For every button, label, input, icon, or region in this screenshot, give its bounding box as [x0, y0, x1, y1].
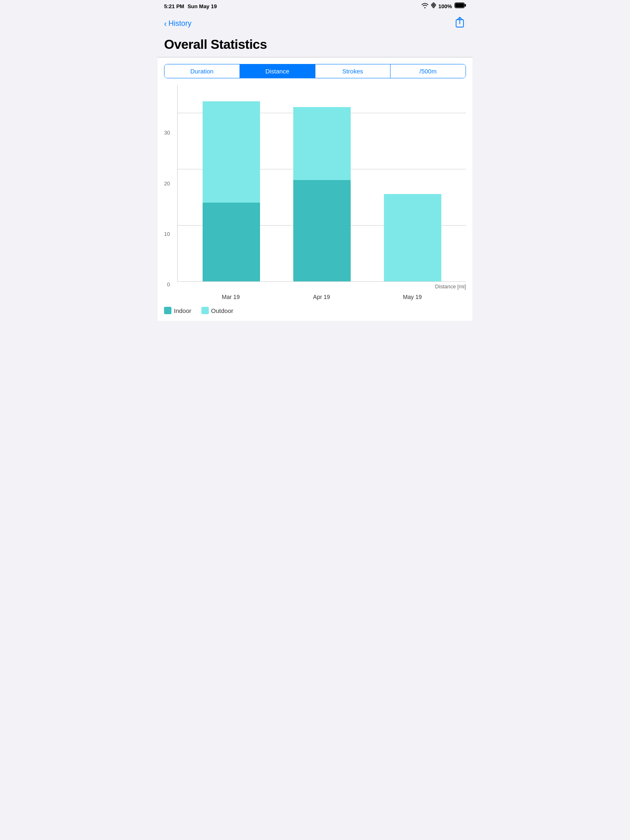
status-time: 5:21 PM — [164, 3, 184, 9]
x-label-apr19: Apr 19 — [289, 294, 354, 300]
bar-indoor-mar19 — [203, 203, 260, 281]
y-label-0: 0 — [167, 282, 170, 287]
y-label-20: 20 — [164, 181, 170, 186]
bar-stack-mar19 — [203, 101, 260, 281]
bar-group-apr19 — [289, 107, 355, 281]
bar-stack-may19 — [384, 194, 441, 281]
y-axis: 30 20 10 0 — [164, 85, 170, 287]
wifi-icon — [421, 2, 429, 10]
nav-bar: ‹ History — [158, 11, 472, 35]
x-label-may19: May 19 — [379, 294, 445, 300]
legend-swatch-outdoor — [201, 307, 209, 314]
legend-outdoor-label: Outdoor — [211, 307, 233, 314]
bar-stack-apr19 — [293, 107, 351, 281]
tab-duration[interactable]: Duration — [164, 64, 240, 78]
tab-per500m[interactable]: /500m — [390, 64, 466, 78]
share-button[interactable] — [454, 15, 466, 32]
chevron-left-icon: ‹ — [164, 19, 167, 27]
page-title: Overall Statistics — [158, 35, 472, 57]
y-label-10: 10 — [164, 231, 170, 237]
gridline-0 — [178, 281, 466, 282]
distance-unit-label: Distance [mi] — [177, 282, 466, 291]
location-icon — [431, 2, 436, 10]
bar-outdoor-may19 — [384, 194, 441, 281]
chart-wrap: 30 20 10 0 — [177, 85, 466, 300]
legend-swatch-indoor — [164, 307, 171, 314]
tab-strokes[interactable]: Strokes — [315, 64, 391, 78]
battery-percentage: 100% — [438, 3, 452, 9]
back-label: History — [169, 19, 192, 28]
bar-group-may19 — [380, 194, 445, 281]
bar-outdoor-mar19 — [203, 101, 260, 203]
chart-container: 30 20 10 0 — [158, 85, 472, 300]
y-label-30: 30 — [164, 130, 170, 135]
back-button[interactable]: ‹ History — [164, 19, 192, 28]
status-date: Sun May 19 — [187, 3, 217, 9]
chart-area — [177, 85, 466, 282]
svg-rect-1 — [465, 4, 466, 7]
tab-distance[interactable]: Distance — [240, 64, 315, 78]
segment-control[interactable]: Duration Distance Strokes /500m — [164, 64, 466, 78]
bar-group-mar19 — [199, 101, 264, 281]
x-axis: Mar 19 Apr 19 May 19 — [177, 291, 466, 300]
legend: Indoor Outdoor — [158, 300, 472, 314]
svg-rect-2 — [455, 3, 464, 8]
bar-outdoor-apr19 — [293, 107, 351, 180]
legend-outdoor: Outdoor — [201, 307, 233, 314]
status-bar: 5:21 PM Sun May 19 100% — [158, 0, 472, 11]
bar-indoor-apr19 — [293, 180, 351, 281]
status-right: 100% — [421, 2, 466, 10]
legend-indoor: Indoor — [164, 307, 192, 314]
bars-area — [178, 85, 466, 281]
legend-indoor-label: Indoor — [174, 307, 192, 314]
main-content: Duration Distance Strokes /500m 30 20 10… — [158, 57, 472, 321]
battery-icon — [454, 2, 466, 10]
x-label-mar19: Mar 19 — [198, 294, 264, 300]
